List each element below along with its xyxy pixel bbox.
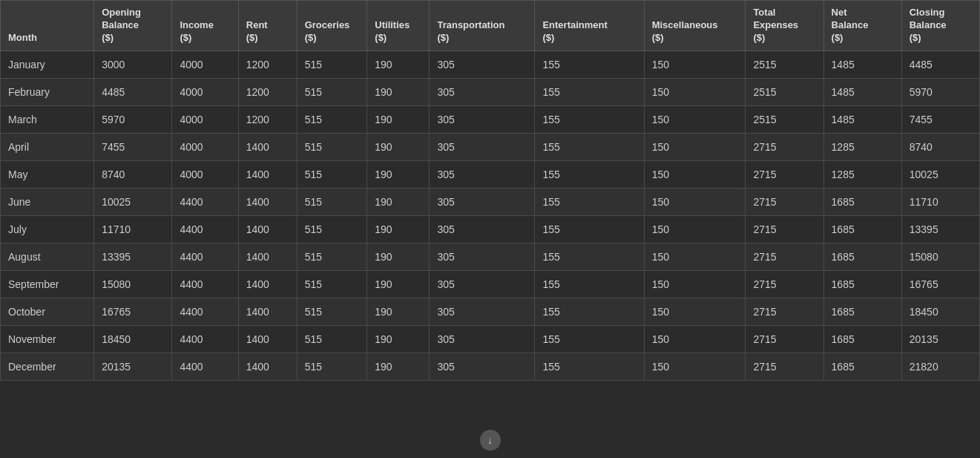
cell-closingBalance: 15080 xyxy=(901,243,979,270)
cell-closingBalance: 11710 xyxy=(901,188,979,215)
cell-utilities: 190 xyxy=(367,160,430,188)
cell-rent: 1400 xyxy=(238,133,297,160)
cell-closingBalance: 7455 xyxy=(901,105,979,133)
cell-utilities: 190 xyxy=(367,243,430,270)
cell-entertainment: 155 xyxy=(535,325,644,353)
cell-closingBalance: 5970 xyxy=(901,78,979,105)
cell-closingBalance: 13395 xyxy=(901,215,979,243)
cell-month: May xyxy=(1,160,94,188)
cell-income: 4000 xyxy=(172,105,238,133)
cell-income: 4000 xyxy=(172,133,238,160)
cell-income: 4400 xyxy=(172,188,238,215)
cell-closingBalance: 16765 xyxy=(901,270,979,298)
cell-transportation: 305 xyxy=(430,50,535,78)
cell-month: September xyxy=(1,270,94,298)
cell-miscellaneous: 150 xyxy=(644,270,746,298)
cell-groceries: 515 xyxy=(297,188,367,215)
cell-closingBalance: 18450 xyxy=(901,298,979,325)
cell-month: April xyxy=(1,133,94,160)
cell-miscellaneous: 150 xyxy=(644,325,746,353)
cell-openingBalance: 5970 xyxy=(94,105,172,133)
table-container[interactable]: Month OpeningBalance($) Income($) Rent($… xyxy=(0,0,980,458)
cell-income: 4000 xyxy=(172,160,238,188)
cell-rent: 1400 xyxy=(238,243,297,270)
cell-month: March xyxy=(1,105,94,133)
cell-utilities: 190 xyxy=(367,298,430,325)
cell-totalExpenses: 2515 xyxy=(746,78,823,105)
cell-month: January xyxy=(1,50,94,78)
cell-utilities: 190 xyxy=(367,78,430,105)
table-row: May8740400014005151903051551502715128510… xyxy=(1,160,980,188)
cell-netBalance: 1285 xyxy=(823,133,901,160)
cell-month: November xyxy=(1,325,94,353)
cell-transportation: 305 xyxy=(430,160,535,188)
cell-entertainment: 155 xyxy=(535,78,644,105)
financial-table: Month OpeningBalance($) Income($) Rent($… xyxy=(0,0,980,381)
col-header-utilities: Utilities($) xyxy=(367,1,430,51)
cell-netBalance: 1685 xyxy=(823,215,901,243)
cell-openingBalance: 13395 xyxy=(94,243,172,270)
cell-transportation: 305 xyxy=(430,243,535,270)
cell-income: 4400 xyxy=(172,325,238,353)
table-row: October167654400140051519030515515027151… xyxy=(1,298,980,325)
cell-income: 4400 xyxy=(172,215,238,243)
table-body: January300040001200515190305155150251514… xyxy=(1,50,980,380)
cell-groceries: 515 xyxy=(297,270,367,298)
cell-month: June xyxy=(1,188,94,215)
table-row: March59704000120051519030515515025151485… xyxy=(1,105,980,133)
cell-totalExpenses: 2715 xyxy=(746,353,823,380)
cell-openingBalance: 18450 xyxy=(94,325,172,353)
cell-netBalance: 1685 xyxy=(823,188,901,215)
col-header-month: Month xyxy=(1,1,94,51)
table-row: November18450440014005151903051551502715… xyxy=(1,325,980,353)
cell-closingBalance: 20135 xyxy=(901,325,979,353)
col-header-groceries: Groceries($) xyxy=(297,1,367,51)
cell-openingBalance: 20135 xyxy=(94,353,172,380)
cell-openingBalance: 7455 xyxy=(94,133,172,160)
col-header-closing-balance: ClosingBalance($) xyxy=(901,1,979,51)
cell-netBalance: 1485 xyxy=(823,105,901,133)
cell-utilities: 190 xyxy=(367,325,430,353)
table-row: July117104400140051519030515515027151685… xyxy=(1,215,980,243)
cell-totalExpenses: 2715 xyxy=(746,270,823,298)
cell-groceries: 515 xyxy=(297,133,367,160)
cell-income: 4400 xyxy=(172,298,238,325)
cell-groceries: 515 xyxy=(297,353,367,380)
cell-totalExpenses: 2715 xyxy=(746,188,823,215)
cell-openingBalance: 16765 xyxy=(94,298,172,325)
cell-netBalance: 1685 xyxy=(823,325,901,353)
cell-netBalance: 1685 xyxy=(823,353,901,380)
cell-groceries: 515 xyxy=(297,298,367,325)
cell-rent: 1400 xyxy=(238,298,297,325)
col-header-total-expenses: TotalExpenses($) xyxy=(746,1,823,51)
cell-income: 4400 xyxy=(172,243,238,270)
cell-totalExpenses: 2715 xyxy=(746,298,823,325)
cell-totalExpenses: 2515 xyxy=(746,105,823,133)
cell-income: 4000 xyxy=(172,50,238,78)
cell-netBalance: 1685 xyxy=(823,298,901,325)
table-row: September1508044001400515190305155150271… xyxy=(1,270,980,298)
cell-totalExpenses: 2715 xyxy=(746,160,823,188)
cell-transportation: 305 xyxy=(430,298,535,325)
cell-miscellaneous: 150 xyxy=(644,160,746,188)
table-row: February44854000120051519030515515025151… xyxy=(1,78,980,105)
scroll-down-indicator[interactable]: ↓ xyxy=(480,430,501,451)
cell-utilities: 190 xyxy=(367,50,430,78)
cell-entertainment: 155 xyxy=(535,298,644,325)
cell-rent: 1400 xyxy=(238,325,297,353)
cell-entertainment: 155 xyxy=(535,50,644,78)
cell-closingBalance: 10025 xyxy=(901,160,979,188)
cell-openingBalance: 8740 xyxy=(94,160,172,188)
cell-utilities: 190 xyxy=(367,105,430,133)
cell-income: 4400 xyxy=(172,270,238,298)
cell-rent: 1200 xyxy=(238,105,297,133)
cell-utilities: 190 xyxy=(367,133,430,160)
cell-entertainment: 155 xyxy=(535,270,644,298)
cell-utilities: 190 xyxy=(367,353,430,380)
cell-groceries: 515 xyxy=(297,105,367,133)
cell-netBalance: 1485 xyxy=(823,78,901,105)
cell-miscellaneous: 150 xyxy=(644,353,746,380)
cell-rent: 1200 xyxy=(238,50,297,78)
cell-income: 4000 xyxy=(172,78,238,105)
cell-entertainment: 155 xyxy=(535,243,644,270)
